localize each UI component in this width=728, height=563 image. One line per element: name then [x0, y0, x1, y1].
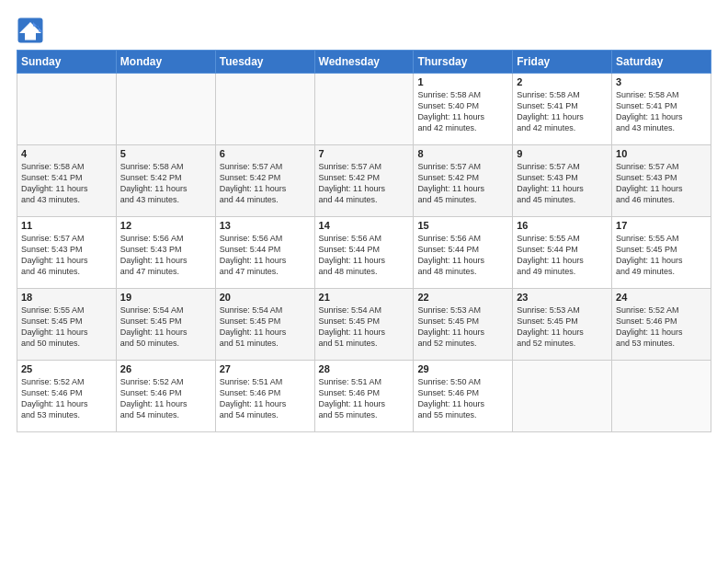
calendar-cell: 22Sunrise: 5:53 AM Sunset: 5:45 PM Dayli… — [414, 289, 513, 361]
day-number: 21 — [319, 292, 410, 303]
calendar-cell — [17, 74, 117, 145]
day-number: 19 — [120, 292, 211, 303]
day-number: 27 — [220, 363, 311, 374]
day-info: Sunrise: 5:55 AM Sunset: 5:44 PM Dayligh… — [517, 233, 608, 278]
day-info: Sunrise: 5:56 AM Sunset: 5:44 PM Dayligh… — [417, 233, 508, 278]
calendar-cell: 16Sunrise: 5:55 AM Sunset: 5:44 PM Dayli… — [513, 217, 612, 289]
calendar-cell: 3Sunrise: 5:58 AM Sunset: 5:41 PM Daylig… — [612, 74, 711, 145]
day-info: Sunrise: 5:54 AM Sunset: 5:45 PM Dayligh… — [220, 304, 311, 350]
day-number: 22 — [417, 292, 508, 303]
day-info: Sunrise: 5:57 AM Sunset: 5:43 PM Dayligh… — [517, 161, 608, 206]
day-info: Sunrise: 5:58 AM Sunset: 5:41 PM Dayligh… — [616, 89, 707, 134]
calendar-cell: 9Sunrise: 5:57 AM Sunset: 5:43 PM Daylig… — [513, 145, 612, 217]
calendar-week: 4Sunrise: 5:58 AM Sunset: 5:41 PM Daylig… — [17, 145, 711, 217]
day-info: Sunrise: 5:56 AM Sunset: 5:44 PM Dayligh… — [319, 233, 410, 278]
day-header: Saturday — [612, 51, 711, 74]
day-info: Sunrise: 5:52 AM Sunset: 5:46 PM Dayligh… — [120, 376, 211, 421]
day-info: Sunrise: 5:58 AM Sunset: 5:40 PM Dayligh… — [417, 89, 508, 134]
calendar-cell: 28Sunrise: 5:51 AM Sunset: 5:46 PM Dayli… — [314, 361, 414, 432]
day-number: 11 — [21, 220, 112, 231]
calendar-cell: 15Sunrise: 5:56 AM Sunset: 5:44 PM Dayli… — [414, 217, 513, 289]
day-header: Wednesday — [314, 51, 414, 74]
day-number: 7 — [319, 148, 410, 159]
day-number: 15 — [417, 220, 508, 231]
day-info: Sunrise: 5:54 AM Sunset: 5:45 PM Dayligh… — [319, 304, 410, 350]
day-number: 24 — [616, 292, 707, 303]
calendar-cell: 20Sunrise: 5:54 AM Sunset: 5:45 PM Dayli… — [215, 289, 314, 361]
day-number: 23 — [517, 292, 608, 303]
header-row: SundayMondayTuesdayWednesdayThursdayFrid… — [17, 51, 711, 74]
day-info: Sunrise: 5:56 AM Sunset: 5:43 PM Dayligh… — [120, 233, 211, 278]
day-info: Sunrise: 5:50 AM Sunset: 5:46 PM Dayligh… — [417, 376, 508, 421]
calendar-cell — [612, 361, 711, 432]
day-info: Sunrise: 5:55 AM Sunset: 5:45 PM Dayligh… — [21, 304, 112, 350]
calendar-cell: 6Sunrise: 5:57 AM Sunset: 5:42 PM Daylig… — [215, 145, 314, 217]
day-number: 2 — [517, 76, 608, 87]
header — [17, 17, 711, 44]
day-header: Sunday — [17, 51, 117, 74]
day-number: 16 — [517, 220, 608, 231]
day-info: Sunrise: 5:57 AM Sunset: 5:42 PM Dayligh… — [220, 161, 311, 206]
day-number: 18 — [21, 292, 112, 303]
day-number: 5 — [120, 148, 211, 159]
calendar-table: SundayMondayTuesdayWednesdayThursdayFrid… — [17, 50, 711, 432]
day-info: Sunrise: 5:57 AM Sunset: 5:43 PM Dayligh… — [616, 161, 707, 206]
calendar-cell: 19Sunrise: 5:54 AM Sunset: 5:45 PM Dayli… — [116, 289, 215, 361]
day-header: Friday — [513, 51, 612, 74]
calendar-cell: 17Sunrise: 5:55 AM Sunset: 5:45 PM Dayli… — [612, 217, 711, 289]
calendar-cell: 14Sunrise: 5:56 AM Sunset: 5:44 PM Dayli… — [314, 217, 414, 289]
calendar-cell: 26Sunrise: 5:52 AM Sunset: 5:46 PM Dayli… — [116, 361, 215, 432]
calendar-cell: 27Sunrise: 5:51 AM Sunset: 5:46 PM Dayli… — [215, 361, 314, 432]
day-info: Sunrise: 5:54 AM Sunset: 5:45 PM Dayligh… — [120, 304, 211, 350]
calendar-cell: 25Sunrise: 5:52 AM Sunset: 5:46 PM Dayli… — [17, 361, 117, 432]
day-number: 3 — [616, 76, 707, 87]
calendar-cell: 11Sunrise: 5:57 AM Sunset: 5:43 PM Dayli… — [17, 217, 117, 289]
day-info: Sunrise: 5:53 AM Sunset: 5:45 PM Dayligh… — [417, 304, 508, 350]
calendar-cell: 21Sunrise: 5:54 AM Sunset: 5:45 PM Dayli… — [314, 289, 414, 361]
calendar-cell — [513, 361, 612, 432]
day-header: Tuesday — [215, 51, 314, 74]
day-number: 10 — [616, 148, 707, 159]
day-info: Sunrise: 5:53 AM Sunset: 5:45 PM Dayligh… — [517, 304, 608, 350]
calendar-cell — [215, 74, 314, 145]
calendar-cell: 5Sunrise: 5:58 AM Sunset: 5:42 PM Daylig… — [116, 145, 215, 217]
calendar-cell — [116, 74, 215, 145]
day-info: Sunrise: 5:52 AM Sunset: 5:46 PM Dayligh… — [616, 304, 707, 350]
calendar-cell: 1Sunrise: 5:58 AM Sunset: 5:40 PM Daylig… — [414, 74, 513, 145]
calendar-week: 18Sunrise: 5:55 AM Sunset: 5:45 PM Dayli… — [17, 289, 711, 361]
day-info: Sunrise: 5:51 AM Sunset: 5:46 PM Dayligh… — [319, 376, 410, 421]
day-header: Monday — [116, 51, 215, 74]
calendar-cell: 24Sunrise: 5:52 AM Sunset: 5:46 PM Dayli… — [612, 289, 711, 361]
day-info: Sunrise: 5:55 AM Sunset: 5:45 PM Dayligh… — [616, 233, 707, 278]
calendar-cell: 12Sunrise: 5:56 AM Sunset: 5:43 PM Dayli… — [116, 217, 215, 289]
day-number: 26 — [120, 363, 211, 374]
day-info: Sunrise: 5:58 AM Sunset: 5:41 PM Dayligh… — [517, 89, 608, 134]
day-number: 6 — [220, 148, 311, 159]
day-number: 4 — [21, 148, 112, 159]
calendar-cell: 2Sunrise: 5:58 AM Sunset: 5:41 PM Daylig… — [513, 74, 612, 145]
calendar-cell: 8Sunrise: 5:57 AM Sunset: 5:42 PM Daylig… — [414, 145, 513, 217]
day-info: Sunrise: 5:58 AM Sunset: 5:41 PM Dayligh… — [21, 161, 112, 206]
calendar-week: 11Sunrise: 5:57 AM Sunset: 5:43 PM Dayli… — [17, 217, 711, 289]
calendar-cell: 13Sunrise: 5:56 AM Sunset: 5:44 PM Dayli… — [215, 217, 314, 289]
day-header: Thursday — [414, 51, 513, 74]
day-number: 17 — [616, 220, 707, 231]
day-number: 1 — [417, 76, 508, 87]
calendar-cell: 18Sunrise: 5:55 AM Sunset: 5:45 PM Dayli… — [17, 289, 117, 361]
day-number: 13 — [220, 220, 311, 231]
day-info: Sunrise: 5:52 AM Sunset: 5:46 PM Dayligh… — [21, 376, 112, 421]
calendar-week: 1Sunrise: 5:58 AM Sunset: 5:40 PM Daylig… — [17, 74, 711, 145]
day-number: 9 — [517, 148, 608, 159]
logo-icon — [17, 17, 44, 44]
day-info: Sunrise: 5:51 AM Sunset: 5:46 PM Dayligh… — [220, 376, 311, 421]
calendar-cell: 10Sunrise: 5:57 AM Sunset: 5:43 PM Dayli… — [612, 145, 711, 217]
day-info: Sunrise: 5:58 AM Sunset: 5:42 PM Dayligh… — [120, 161, 211, 206]
day-number: 12 — [120, 220, 211, 231]
day-number: 8 — [417, 148, 508, 159]
calendar-cell — [314, 74, 414, 145]
calendar-cell: 4Sunrise: 5:58 AM Sunset: 5:41 PM Daylig… — [17, 145, 117, 217]
page-container: SundayMondayTuesdayWednesdayThursdayFrid… — [0, 0, 728, 442]
day-info: Sunrise: 5:57 AM Sunset: 5:42 PM Dayligh… — [319, 161, 410, 206]
calendar-cell: 7Sunrise: 5:57 AM Sunset: 5:42 PM Daylig… — [314, 145, 414, 217]
day-number: 29 — [417, 363, 508, 374]
